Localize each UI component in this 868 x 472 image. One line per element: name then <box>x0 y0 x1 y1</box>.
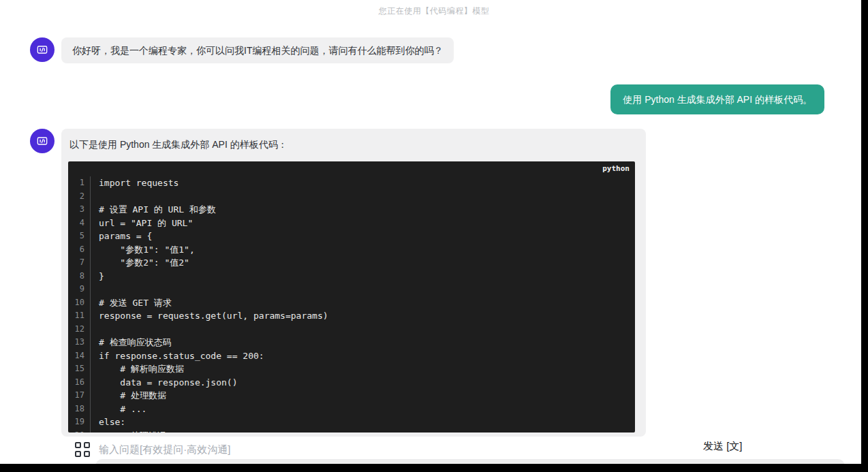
code-line-text: else: <box>90 415 635 429</box>
bot-avatar <box>30 37 55 62</box>
line-number: 10 <box>68 296 90 310</box>
bot-avatar <box>30 129 55 153</box>
code-line: 5params = { <box>68 230 635 243</box>
code-line-text: # 发送 GET 请求 <box>90 296 635 310</box>
line-number: 14 <box>68 349 90 363</box>
code-line: 17 # 处理数据 <box>68 389 635 403</box>
code-line: 18 # ... <box>68 403 635 416</box>
bot-greeting-bubble: 你好呀，我是一个编程专家，你可以问我IT编程相关的问题，请问有什么能帮到你的吗？ <box>61 37 454 63</box>
right-letterbox-bar <box>861 0 868 472</box>
line-number: 3 <box>68 203 90 217</box>
line-number: 1 <box>68 176 90 190</box>
chat-input[interactable] <box>99 440 576 458</box>
bot-message-row: 以下是使用 Python 生成集成外部 API 的样板代码： python 1i… <box>0 129 868 437</box>
code-line: 8} <box>68 270 635 283</box>
code-line: 19else: <box>68 415 635 429</box>
code-line: 1import requests <box>68 176 635 190</box>
line-number: 20 <box>68 429 90 433</box>
bot-reply-intro: 以下是使用 Python 生成集成外部 API 的样板代码： <box>68 138 635 151</box>
code-line-text: "参数1": "值1", <box>90 243 635 257</box>
code-line: 3# 设置 API 的 URL 和参数 <box>68 203 635 217</box>
input-bar: 发送 [文] <box>0 433 861 464</box>
code-line: 20 # 处理错误 <box>68 429 635 433</box>
code-line: 16 data = response.json() <box>68 376 635 390</box>
code-line-text: import requests <box>90 176 635 190</box>
line-number: 11 <box>68 309 90 323</box>
code-line-text: # 解析响应数据 <box>90 362 635 376</box>
code-line-text: params = { <box>90 230 635 243</box>
code-line-text: } <box>90 270 635 283</box>
code-line: 10# 发送 GET 请求 <box>68 296 635 310</box>
line-number: 18 <box>68 403 90 416</box>
line-number: 7 <box>68 256 90 270</box>
code-line-text: data = response.json() <box>90 376 635 390</box>
bot-message-row: 你好呀，我是一个编程专家，你可以问我IT编程相关的问题，请问有什么能帮到你的吗？ <box>0 37 868 63</box>
bot-reply-bubble: 以下是使用 Python 生成集成外部 API 的样板代码： python 1i… <box>61 129 646 437</box>
line-number: 6 <box>68 243 90 257</box>
code-line: 2 <box>68 190 635 204</box>
code-line: 15 # 解析响应数据 <box>68 362 635 376</box>
user-message-row: 使用 Python 生成集成外部 API 的样板代码。 <box>0 84 868 114</box>
line-number: 12 <box>68 323 90 336</box>
code-window-icon <box>35 43 49 57</box>
line-number: 9 <box>68 283 90 296</box>
code-line-text <box>90 323 635 336</box>
send-button[interactable]: 发送 [文] <box>703 440 743 453</box>
code-line-text <box>90 283 635 296</box>
code-line: 11response = requests.get(url, params=pa… <box>68 309 635 323</box>
code-lines: 1import requests23# 设置 API 的 URL 和参数4url… <box>68 176 635 432</box>
line-number: 17 <box>68 389 90 403</box>
code-block: python 1import requests23# 设置 API 的 URL … <box>68 161 635 432</box>
code-line-text: # ... <box>90 403 635 416</box>
line-number: 15 <box>68 362 90 376</box>
code-line-text: # 设置 API 的 URL 和参数 <box>90 203 635 217</box>
code-line: 6 "参数1": "值1", <box>68 243 635 257</box>
code-line-text <box>90 190 635 204</box>
code-line: 4url = "API 的 URL" <box>68 217 635 230</box>
line-number: 13 <box>68 336 90 349</box>
line-number: 4 <box>68 217 90 230</box>
code-line-text: # 处理数据 <box>90 389 635 403</box>
grid-menu-icon[interactable] <box>75 442 90 457</box>
code-line-text: response = requests.get(url, params=para… <box>90 309 635 323</box>
code-window-icon <box>35 134 49 148</box>
code-line-text: # 处理错误 <box>90 429 635 433</box>
line-number: 5 <box>68 230 90 243</box>
code-line: 14if response.status_code == 200: <box>68 349 635 363</box>
bottom-letterbox-bar <box>0 464 868 472</box>
line-number: 2 <box>68 190 90 204</box>
code-language-label: python <box>68 164 635 175</box>
code-line: 12 <box>68 323 635 336</box>
user-message-bubble: 使用 Python 生成集成外部 API 的样板代码。 <box>610 84 824 114</box>
code-line: 9 <box>68 283 635 296</box>
code-line-text: url = "API 的 URL" <box>90 217 635 230</box>
code-line-text: # 检查响应状态码 <box>90 336 635 349</box>
code-line: 7 "参数2": "值2" <box>68 256 635 270</box>
line-number: 19 <box>68 415 90 429</box>
code-line: 13# 检查响应状态码 <box>68 336 635 349</box>
line-number: 8 <box>68 270 90 283</box>
code-line-text: "参数2": "值2" <box>90 256 635 270</box>
model-status-text: 您正在使用【代码编程】模型 <box>0 0 868 17</box>
line-number: 16 <box>68 376 90 390</box>
chat-app-screen: 您正在使用【代码编程】模型 你好呀，我是一个编程专家，你可以问我IT编程相关的问… <box>0 0 868 472</box>
code-line-text: if response.status_code == 200: <box>90 349 635 363</box>
